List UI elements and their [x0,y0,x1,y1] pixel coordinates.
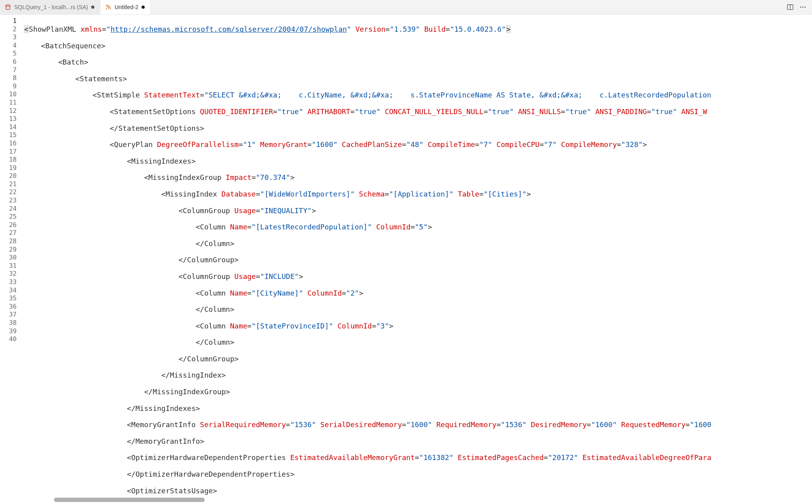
line-number: 19 [0,164,24,172]
line-number: 11 [0,99,24,107]
horizontal-scrollbar[interactable] [48,498,812,502]
line-number: 27 [0,229,24,237]
line-number: 21 [0,180,24,189]
line-number: 17 [0,148,24,156]
line-number-gutter[interactable]: 1234567891011121314151617181920212223242… [0,15,24,504]
dirty-dot-icon [142,6,145,9]
line-number: 37 [0,311,24,319]
line-number: 40 [0,335,24,344]
tab-untitled-2[interactable]: Untitled-2 [100,0,151,14]
line-number: 29 [0,246,24,254]
line-number: 5 [0,50,24,58]
tab-sqlquery-1[interactable]: SQLQuery_1 - localh...rs (SA) [0,0,100,14]
scroll-thumb[interactable] [54,498,205,502]
line-number: 38 [0,319,24,327]
line-number: 35 [0,294,24,303]
line-number: 26 [0,221,24,229]
svg-point-4 [800,7,801,8]
line-number: 39 [0,327,24,336]
rss-icon [105,4,111,10]
line-number: 36 [0,303,24,311]
line-number: 10 [0,90,24,99]
tab-bar: SQLQuery_1 - localh...rs (SA) Untitled-2 [0,0,812,15]
line-number: 18 [0,156,24,164]
line-number: 16 [0,139,24,148]
line-number: 4 [0,42,24,50]
line-number: 6 [0,58,24,66]
database-icon [5,4,11,10]
line-number: 30 [0,254,24,262]
svg-point-6 [804,7,806,8]
line-number: 3 [0,33,24,42]
line-number: 9 [0,82,24,91]
line-number: 12 [0,107,24,115]
line-number: 33 [0,278,24,286]
line-number: 31 [0,262,24,270]
line-number: 22 [0,188,24,197]
line-number: 20 [0,172,24,180]
line-number: 23 [0,197,24,205]
svg-point-0 [6,5,10,6]
line-number: 14 [0,123,24,132]
svg-point-1 [106,8,107,10]
line-number: 25 [0,213,24,221]
line-number: 34 [0,286,24,295]
editor: 1234567891011121314151617181920212223242… [0,15,812,504]
more-actions-icon[interactable] [799,4,806,11]
line-number: 7 [0,66,24,74]
editor-actions [787,0,812,14]
line-number: 2 [0,25,24,34]
line-number: 1 [0,17,24,25]
line-number: 24 [0,205,24,213]
tab-label: Untitled-2 [115,4,138,10]
split-editor-icon[interactable] [787,4,794,11]
line-number: 32 [0,270,24,278]
dirty-dot-icon [91,6,94,9]
code-content[interactable]: <ShowPlanXML xmlns="http://schemas.micro… [24,15,812,504]
line-number: 8 [0,74,24,82]
line-number: 28 [0,237,24,246]
svg-point-5 [802,7,804,8]
tab-label: SQLQuery_1 - localh...rs (SA) [14,4,88,10]
line-number: 15 [0,131,24,139]
line-number: 13 [0,115,24,123]
